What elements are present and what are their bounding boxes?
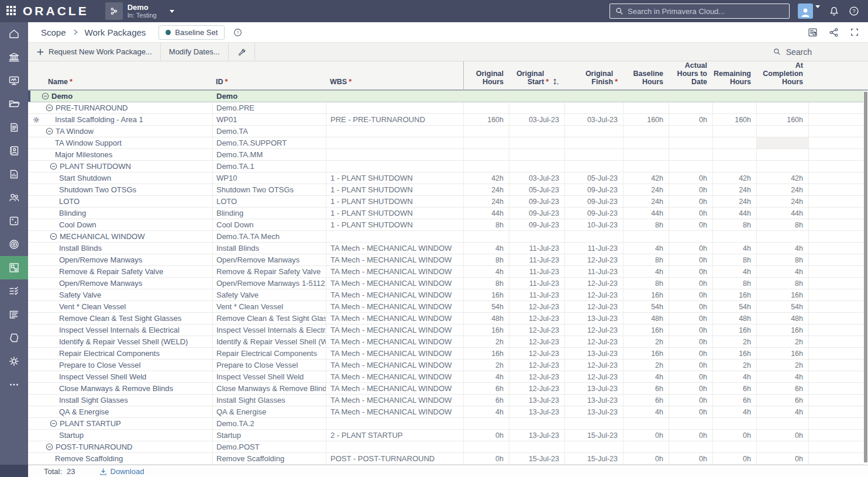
cell-of[interactable]: 13-Jul-23 (564, 406, 623, 417)
cell-wbs[interactable] (326, 161, 463, 172)
cell-ah[interactable]: 0h (669, 289, 712, 300)
table-row[interactable]: TA Window SupportDemo.TA.SUPPORT (28, 137, 863, 149)
cell-id[interactable]: Shutdown Two OTSGs (212, 184, 326, 195)
cell-bh[interactable] (623, 441, 669, 452)
table-row[interactable]: Close Manways & Remove BlindsClose Manwa… (28, 383, 863, 395)
cell-rh[interactable]: 16h (712, 324, 756, 336)
cell-ah[interactable]: 0h (669, 383, 712, 394)
cell-ah[interactable]: 0h (669, 196, 712, 207)
cell-rh[interactable]: 4h (712, 406, 756, 417)
row-gear-icon[interactable] (32, 116, 40, 124)
project-switcher[interactable]: Demo In: Testing (105, 2, 174, 20)
cell-id[interactable]: LOTO (212, 196, 326, 207)
cell-rh[interactable]: 2h (712, 360, 756, 371)
cell-ch[interactable]: 0h (756, 430, 808, 441)
cell-wbs[interactable]: 1 - PLANT SHUTDOWN (326, 208, 463, 219)
cell-rh[interactable]: 4h (712, 266, 756, 277)
cell-ah[interactable] (669, 441, 712, 452)
cell-ah[interactable]: 0h (669, 301, 712, 312)
cell-oh[interactable]: 16h (463, 289, 509, 300)
share-icon[interactable] (828, 27, 839, 38)
cell-bh[interactable]: 4h (623, 371, 669, 382)
table-search[interactable]: Search (773, 47, 868, 57)
sort-icon[interactable] (552, 77, 559, 85)
cell-ah[interactable]: 0h (669, 219, 712, 230)
sidebar-item-wbs-outline[interactable] (0, 303, 28, 326)
cell-id[interactable]: Repair Electrical Components (212, 348, 326, 359)
table-row[interactable]: Vent * Clean VesselVent * Clean VesselTA… (28, 301, 863, 313)
table-row[interactable]: PLANT STARTUPDemo.TA.2 (28, 418, 863, 430)
cell-wbs[interactable]: TA Mech - MECHANICAL WINDOW (326, 313, 463, 324)
table-row[interactable]: POST-TURNAROUNDDemo.POST (28, 441, 863, 453)
cell-name[interactable]: Shutdown Two OTSGs (28, 184, 212, 195)
cell-of[interactable]: 12-Jul-23 (564, 254, 623, 265)
cell-bh[interactable]: 54h (623, 301, 669, 312)
cell-rh[interactable]: 160h (712, 114, 756, 125)
sidebar-item-contacts[interactable] (0, 139, 28, 163)
sidebar-item-risk-shield[interactable] (0, 326, 28, 350)
cell-wbs[interactable] (326, 231, 463, 242)
cell-rh[interactable] (712, 441, 756, 452)
cell-of[interactable]: 13-Jul-23 (564, 395, 623, 406)
cell-wbs[interactable]: 1 - PLANT SHUTDOWN (326, 184, 463, 195)
collapse-icon[interactable] (46, 104, 53, 112)
cell-rh[interactable] (712, 418, 756, 429)
cell-ah[interactable]: 0h (669, 254, 712, 265)
cell-wbs[interactable]: TA Mech - MECHANICAL WINDOW (326, 266, 463, 277)
cell-ch[interactable] (756, 149, 808, 160)
cell-oh[interactable]: 24h (463, 184, 509, 195)
cell-bh[interactable] (623, 161, 669, 172)
sidebar-item-dashboards[interactable] (0, 69, 28, 92)
cell-oh[interactable]: 24h (463, 196, 509, 207)
cell-name[interactable]: QA & Energise (28, 406, 212, 417)
cell-ch[interactable] (756, 441, 808, 452)
cell-rh[interactable] (712, 91, 756, 102)
cell-ch[interactable]: 16h (756, 348, 808, 359)
sidebar-item-tasks-checklist[interactable] (0, 279, 28, 303)
cell-of[interactable]: 03-Jul-23 (564, 114, 623, 125)
cell-os[interactable]: 12-Jul-23 (509, 348, 564, 359)
cell-oh[interactable]: 0h (463, 453, 509, 464)
sidebar-item-documents[interactable] (0, 116, 28, 139)
cell-ch[interactable] (756, 91, 808, 102)
cell-name[interactable]: Remove Scaffolding (28, 453, 212, 464)
cell-rh[interactable] (712, 161, 756, 172)
cell-name[interactable]: Inspect Vessel Shell Weld (28, 371, 212, 382)
cell-os[interactable]: 13-Jul-23 (509, 406, 564, 417)
table-row[interactable]: BlindingBlinding1 - PLANT SHUTDOWN44h09-… (28, 208, 863, 219)
cell-of[interactable]: 10-Jul-23 (564, 219, 623, 230)
cell-id[interactable]: Demo (212, 91, 326, 102)
cell-of[interactable]: 12-Jul-23 (564, 301, 623, 312)
cell-of[interactable] (564, 149, 623, 160)
cell-wbs[interactable]: TA Mech - MECHANICAL WINDOW (326, 301, 463, 312)
collapse-icon[interactable] (46, 443, 53, 451)
cell-rh[interactable]: 6h (712, 383, 756, 394)
help-icon[interactable]: ? (848, 5, 860, 17)
cell-ch[interactable] (756, 102, 808, 113)
table-row[interactable]: Shutdown Two OTSGsShutdown Two OTSGs1 - … (28, 184, 863, 196)
cell-of[interactable] (564, 418, 623, 429)
cell-oh[interactable] (463, 102, 509, 113)
sidebar-item-home[interactable] (0, 22, 28, 46)
cell-name[interactable]: PRE-TURNAROUND (28, 102, 212, 113)
cell-os[interactable] (509, 161, 564, 172)
cell-oh[interactable]: 8h (463, 278, 509, 289)
cell-name[interactable]: Install Scaffolding - Area 1 (28, 114, 212, 125)
cell-name[interactable]: Vent * Clean Vessel (28, 301, 212, 312)
cell-os[interactable] (509, 91, 564, 102)
cell-os[interactable]: 13-Jul-23 (509, 430, 564, 441)
cell-of[interactable]: 12-Jul-23 (564, 289, 623, 300)
cell-ch[interactable] (756, 137, 808, 148)
cell-of[interactable] (564, 91, 623, 102)
cell-oh[interactable]: 8h (463, 219, 509, 230)
cell-ch[interactable]: 2h (756, 360, 808, 371)
cell-bh[interactable] (623, 102, 669, 113)
cell-id[interactable]: Close Manways & Remove Blinds (212, 383, 326, 394)
table-row[interactable]: DemoDemo (28, 91, 863, 102)
cell-name[interactable]: Remove & Repair Safety Valve (28, 266, 212, 277)
sidebar-item-more-ellipsis[interactable] (0, 373, 28, 396)
cell-bh[interactable]: 4h (623, 406, 669, 417)
breadcrumb-section[interactable]: Scope (41, 27, 66, 37)
sidebar-item-resources-team[interactable] (0, 186, 28, 209)
sidebar-item-dice[interactable] (0, 209, 28, 233)
